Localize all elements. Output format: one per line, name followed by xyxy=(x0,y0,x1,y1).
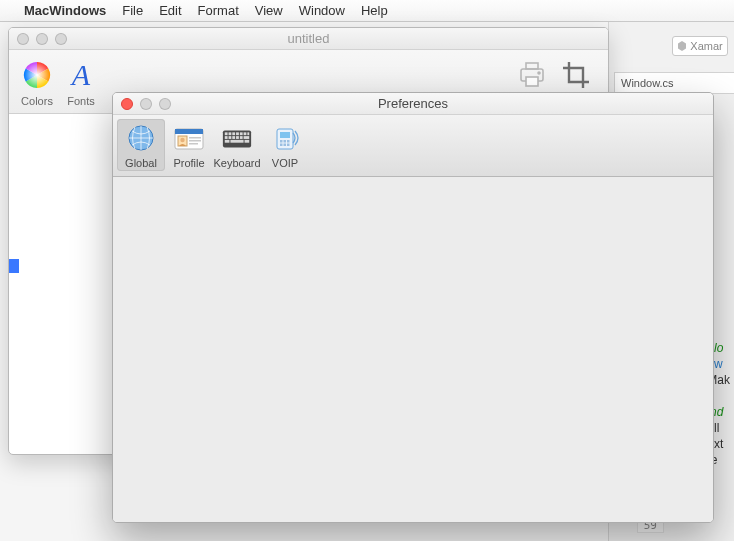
minimize-button[interactable] xyxy=(140,98,152,110)
svg-rect-27 xyxy=(240,136,243,139)
keyboard-icon xyxy=(221,122,253,154)
close-button[interactable] xyxy=(17,33,29,45)
preferences-titlebar[interactable]: Preferences xyxy=(113,93,713,115)
svg-rect-25 xyxy=(232,136,235,139)
xamarin-icon xyxy=(677,41,687,51)
menu-view[interactable]: View xyxy=(255,3,283,18)
globe-icon xyxy=(125,122,157,154)
preferences-toolbar: Global Profile xyxy=(113,115,713,177)
profile-card-icon xyxy=(173,122,205,154)
zoom-button[interactable] xyxy=(159,98,171,110)
preferences-window: Preferences Global xyxy=(112,92,714,523)
tab-voip[interactable]: VOIP xyxy=(261,119,309,171)
svg-rect-16 xyxy=(225,132,228,135)
svg-marker-0 xyxy=(678,41,686,51)
svg-rect-37 xyxy=(280,144,283,147)
tab-profile[interactable]: Profile xyxy=(165,119,213,171)
svg-rect-31 xyxy=(245,140,250,143)
tab-label: Profile xyxy=(173,157,204,169)
svg-rect-23 xyxy=(225,136,228,139)
svg-rect-18 xyxy=(232,132,235,135)
svg-rect-29 xyxy=(225,140,230,143)
xamarin-button[interactable]: Xamar xyxy=(672,36,728,56)
svg-rect-28 xyxy=(244,136,250,139)
svg-rect-12 xyxy=(189,137,201,139)
selection-highlight xyxy=(9,259,19,273)
menu-edit[interactable]: Edit xyxy=(159,3,181,18)
svg-rect-2 xyxy=(526,63,538,69)
window-title: untitled xyxy=(9,31,608,46)
tab-label: Keyboard xyxy=(213,157,260,169)
svg-point-1 xyxy=(24,62,50,88)
traffic-lights xyxy=(17,33,67,45)
colors-label: Colors xyxy=(21,95,53,107)
preferences-content xyxy=(113,177,713,522)
menu-file[interactable]: File xyxy=(122,3,143,18)
untitled-titlebar[interactable]: untitled xyxy=(9,28,608,50)
app-menu[interactable]: MacWindows xyxy=(24,3,106,18)
menu-window[interactable]: Window xyxy=(299,3,345,18)
tab-label: Global xyxy=(125,157,157,169)
svg-rect-39 xyxy=(287,144,290,147)
svg-rect-14 xyxy=(189,143,198,145)
crop-icon xyxy=(558,57,594,93)
window-title: Preferences xyxy=(113,96,713,111)
fonts-button[interactable]: A Fonts xyxy=(63,57,99,107)
svg-rect-26 xyxy=(236,136,239,139)
svg-rect-19 xyxy=(236,132,239,135)
tab-label: VOIP xyxy=(272,157,298,169)
svg-rect-35 xyxy=(284,140,287,143)
fonts-icon: A xyxy=(63,57,99,93)
svg-rect-20 xyxy=(240,132,243,135)
svg-rect-9 xyxy=(175,129,203,134)
svg-rect-34 xyxy=(280,140,283,143)
zoom-button[interactable] xyxy=(55,33,67,45)
svg-point-5 xyxy=(538,72,540,74)
svg-rect-38 xyxy=(284,144,287,147)
svg-rect-22 xyxy=(247,132,249,135)
colors-button[interactable]: Colors xyxy=(19,57,55,107)
color-wheel-icon xyxy=(19,57,55,93)
file-tab[interactable]: Window.cs xyxy=(614,72,734,94)
svg-rect-36 xyxy=(287,140,290,143)
xamarin-label: Xamar xyxy=(690,40,722,52)
svg-rect-30 xyxy=(230,140,243,143)
menu-format[interactable]: Format xyxy=(198,3,239,18)
close-button[interactable] xyxy=(121,98,133,110)
svg-point-11 xyxy=(180,138,184,142)
svg-rect-24 xyxy=(229,136,232,139)
svg-rect-33 xyxy=(280,132,290,138)
fonts-label: Fonts xyxy=(67,95,95,107)
voip-phone-icon xyxy=(269,122,301,154)
printer-icon xyxy=(514,57,550,93)
menu-bar: MacWindows File Edit Format View Window … xyxy=(0,0,734,22)
menu-help[interactable]: Help xyxy=(361,3,388,18)
minimize-button[interactable] xyxy=(36,33,48,45)
svg-rect-21 xyxy=(244,132,247,135)
traffic-lights xyxy=(121,98,171,110)
svg-rect-17 xyxy=(229,132,232,135)
tab-keyboard[interactable]: Keyboard xyxy=(213,119,261,171)
svg-rect-13 xyxy=(189,140,201,142)
svg-rect-4 xyxy=(526,77,538,86)
tab-global[interactable]: Global xyxy=(117,119,165,171)
